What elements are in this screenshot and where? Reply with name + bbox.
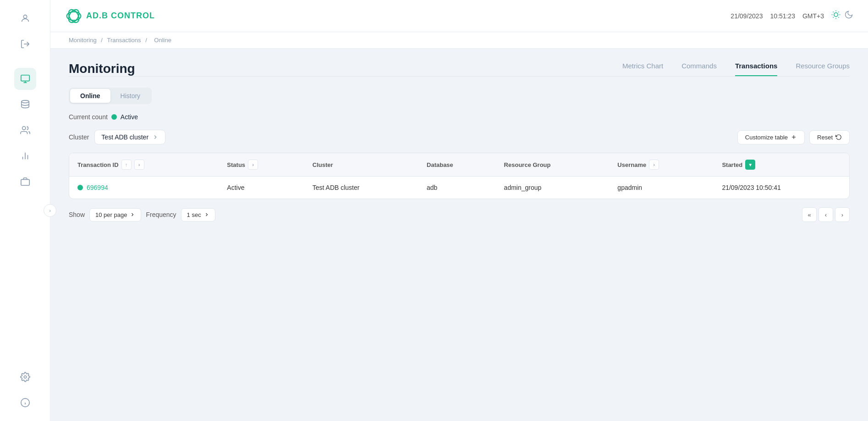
transactions-table: Transaction ID ↑ › Status › bbox=[69, 153, 849, 199]
svg-line-21 bbox=[833, 12, 834, 12]
col-header-username: Username › bbox=[609, 153, 714, 177]
cell-tx-id: 696994 bbox=[69, 177, 219, 199]
sidebar-item-profile[interactable] bbox=[14, 7, 36, 29]
active-dot bbox=[111, 114, 117, 120]
breadcrumb-sep-2: / bbox=[145, 37, 148, 44]
breadcrumb-transactions[interactable]: Transactions bbox=[107, 37, 141, 44]
cluster-chevron-icon bbox=[152, 134, 159, 140]
col-header-started: Started ▼ bbox=[714, 153, 849, 177]
tab-transactions[interactable]: Transactions bbox=[735, 62, 778, 76]
cluster-label: Cluster bbox=[69, 133, 89, 141]
cell-started: 21/09/2023 10:50:41 bbox=[714, 177, 849, 199]
svg-point-18 bbox=[834, 13, 838, 17]
customize-table-button[interactable]: Customize table bbox=[737, 130, 805, 144]
page-area: Monitoring / Transactions / Online Monit… bbox=[50, 32, 868, 421]
table-body: 696994 Active Test ADB cluster adb admin… bbox=[69, 177, 849, 199]
sidebar: › bbox=[0, 0, 50, 421]
cell-resource-group: admin_group bbox=[496, 177, 610, 199]
page-title: Monitoring bbox=[69, 61, 135, 76]
page-content: Monitoring Metrics Chart Commands Transa… bbox=[50, 49, 868, 421]
logo: AD.B CONTROL bbox=[65, 7, 155, 25]
svg-line-25 bbox=[833, 17, 834, 17]
cluster-select-value: Test ADB cluster bbox=[101, 133, 148, 141]
topbar: AD.B CONTROL 21/09/2023 10:51:23 GMT+3 bbox=[50, 0, 868, 32]
current-count-label: Current count bbox=[69, 113, 108, 121]
cluster-actions: Customize table Reset bbox=[737, 130, 850, 144]
sidebar-item-users[interactable] bbox=[14, 119, 36, 141]
expand-tx-id-icon[interactable]: › bbox=[134, 160, 144, 170]
topbar-timezone: GMT+3 bbox=[802, 12, 824, 20]
sidebar-item-database[interactable] bbox=[14, 94, 36, 116]
pagination-prev-button[interactable]: ‹ bbox=[819, 207, 833, 222]
cell-username: gpadmin bbox=[609, 177, 714, 199]
cell-database: adb bbox=[418, 177, 496, 199]
row-active-dot bbox=[77, 185, 83, 190]
tx-id-link[interactable]: 696994 bbox=[87, 184, 108, 191]
light-theme-icon[interactable] bbox=[831, 10, 841, 22]
svg-point-0 bbox=[23, 15, 27, 18]
pagination-row: Show 10 per page Frequency 1 sec « bbox=[69, 207, 850, 222]
per-page-chevron-icon bbox=[130, 212, 135, 217]
pagination-first-button[interactable]: « bbox=[802, 207, 817, 222]
main-content: AD.B CONTROL 21/09/2023 10:51:23 GMT+3 bbox=[50, 0, 868, 421]
theme-toggle bbox=[831, 10, 853, 22]
tab-history[interactable]: History bbox=[110, 89, 151, 103]
breadcrumb: Monitoring / Transactions / Online bbox=[50, 32, 868, 49]
per-page-select[interactable]: 10 per page bbox=[89, 208, 141, 222]
sidebar-item-logout[interactable] bbox=[14, 33, 36, 55]
breadcrumb-monitoring[interactable]: Monitoring bbox=[69, 37, 97, 44]
logo-text: AD.B CONTROL bbox=[86, 11, 155, 21]
cell-cluster: Test ADB cluster bbox=[304, 177, 418, 199]
tab-metrics-chart[interactable]: Metrics Chart bbox=[622, 62, 663, 76]
svg-line-26 bbox=[838, 12, 839, 12]
dark-theme-icon[interactable] bbox=[844, 10, 853, 22]
transactions-table-container: Transaction ID ↑ › Status › bbox=[69, 153, 850, 199]
sidebar-item-reports[interactable] bbox=[14, 145, 36, 167]
plus-icon bbox=[791, 134, 797, 140]
svg-line-22 bbox=[838, 17, 839, 17]
svg-rect-10 bbox=[21, 179, 29, 185]
col-header-resource-group: Resource Group bbox=[496, 153, 610, 177]
col-header-status: Status › bbox=[219, 153, 304, 177]
page-tabs: Metrics Chart Commands Transactions Reso… bbox=[622, 62, 850, 76]
expand-username-icon[interactable]: › bbox=[649, 160, 659, 170]
table-header: Transaction ID ↑ › Status › bbox=[69, 153, 849, 177]
sidebar-item-info[interactable] bbox=[14, 392, 36, 414]
reset-icon bbox=[835, 134, 842, 140]
cluster-select[interactable]: Test ADB cluster bbox=[94, 130, 165, 144]
frequency-select[interactable]: 1 sec bbox=[181, 208, 215, 222]
svg-rect-2 bbox=[21, 75, 29, 81]
cluster-row: Cluster Test ADB cluster Customize table bbox=[69, 130, 850, 144]
reset-button[interactable]: Reset bbox=[809, 130, 850, 144]
current-count-row: Current count Active bbox=[69, 113, 850, 121]
show-row: Show 10 per page Frequency 1 sec bbox=[69, 208, 215, 222]
sort-tx-id-icon[interactable]: ↑ bbox=[121, 160, 132, 170]
sidebar-item-jobs[interactable] bbox=[14, 171, 36, 193]
frequency-label: Frequency bbox=[146, 211, 176, 218]
page-header: Monitoring Metrics Chart Commands Transa… bbox=[69, 61, 850, 76]
pagination-next-button[interactable]: › bbox=[835, 207, 850, 222]
col-header-tx-id: Transaction ID ↑ › bbox=[69, 153, 219, 177]
svg-point-11 bbox=[24, 376, 27, 378]
col-header-cluster: Cluster bbox=[304, 153, 418, 177]
tab-online[interactable]: Online bbox=[70, 89, 110, 103]
frequency-chevron-icon bbox=[204, 212, 209, 217]
expand-status-icon[interactable]: › bbox=[248, 160, 258, 170]
filter-started-icon[interactable]: ▼ bbox=[745, 160, 755, 170]
active-status-label: Active bbox=[121, 113, 138, 121]
svg-point-5 bbox=[21, 100, 29, 103]
show-label: Show bbox=[69, 211, 85, 218]
table-row: 696994 Active Test ADB cluster adb admin… bbox=[69, 177, 849, 199]
col-header-database: Database bbox=[418, 153, 496, 177]
breadcrumb-sep-1: / bbox=[101, 37, 104, 44]
tabs-divider bbox=[69, 76, 850, 77]
breadcrumb-online: Online bbox=[154, 37, 171, 44]
sidebar-item-monitoring[interactable] bbox=[14, 68, 36, 90]
tab-commands[interactable]: Commands bbox=[681, 62, 717, 76]
cell-status: Active bbox=[219, 177, 304, 199]
tab-resource-groups[interactable]: Resource Groups bbox=[796, 62, 850, 76]
sidebar-collapse-button[interactable]: › bbox=[44, 204, 56, 217]
topbar-time: 10:51:23 bbox=[770, 12, 795, 20]
topbar-date: 21/09/2023 bbox=[731, 12, 763, 20]
sidebar-item-settings[interactable] bbox=[14, 366, 36, 388]
